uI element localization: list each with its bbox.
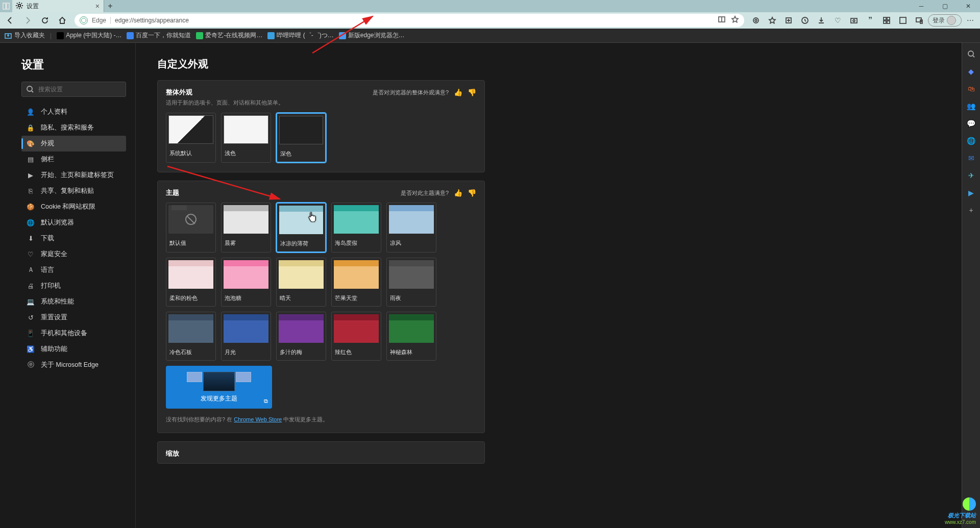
forward-button <box>19 13 36 28</box>
svg-point-9 <box>853 20 855 22</box>
sidebar-item-0[interactable]: 👤个人资料 <box>21 104 126 120</box>
performance-icon[interactable]: ♡ <box>830 13 845 28</box>
thumbs-up-icon[interactable]: 👍 <box>454 88 462 96</box>
favorite-star-icon[interactable] <box>731 15 739 26</box>
people-icon[interactable]: 👥 <box>966 101 976 111</box>
theme-tile-0[interactable]: 默认值 <box>166 203 216 253</box>
theme-tile-13[interactable]: 辣红色 <box>331 312 381 361</box>
close-window-button[interactable]: ✕ <box>957 0 980 12</box>
theme-tile-8[interactable]: 芒果天堂 <box>331 258 381 307</box>
extensions-icon[interactable] <box>748 13 764 28</box>
theme-tile-7[interactable]: 晴天 <box>276 258 326 307</box>
back-button[interactable] <box>2 13 18 28</box>
search-input[interactable] <box>21 82 126 97</box>
bookmark-item[interactable]: 新版edge浏览器怎… <box>339 31 405 40</box>
svg-point-5 <box>755 19 757 21</box>
theme-tile-14[interactable]: 神秘森林 <box>386 312 436 361</box>
send-to-device-icon[interactable] <box>912 13 927 28</box>
address-bar[interactable]: Edge edge://settings/appearance <box>75 14 744 27</box>
search-field[interactable] <box>38 86 121 93</box>
menu-icon[interactable]: ⋯ <box>963 13 978 28</box>
quotes-icon[interactable]: ” <box>863 13 878 28</box>
nav-icon: 🎨 <box>27 140 35 148</box>
maximize-button[interactable]: ▢ <box>933 0 957 12</box>
right-sidebar: ◆ 🛍 👥 💬 🌐 ✉ ✈ ▶ + <box>962 43 980 528</box>
close-icon[interactable]: × <box>95 2 100 10</box>
content-area: 自定义外观 整体外观 是否对浏览器的整体外观满意? 👍 👎 适用于新的选项卡、页… <box>136 43 962 528</box>
sidebar-item-11[interactable]: 🖨打印机 <box>21 278 126 294</box>
nav-icon: 🌐 <box>27 219 35 227</box>
bookmark-item[interactable]: 爱奇艺-在线视频网… <box>196 31 262 40</box>
minimize-button[interactable]: ─ <box>910 0 933 12</box>
sidebar-item-2[interactable]: 🎨外观 <box>21 136 126 152</box>
sidebar-item-1[interactable]: 🔒隐私、搜索和服务 <box>21 120 126 136</box>
sidebar-item-13[interactable]: ↺重置设置 <box>21 310 126 325</box>
browser-tab-active[interactable]: 设置 × <box>12 0 104 12</box>
theme-tile-6[interactable]: 泡泡糖 <box>221 258 271 307</box>
sidebar-item-6[interactable]: 🍪Cookie 和网站权限 <box>21 199 126 215</box>
import-bookmarks[interactable]: 导入收藏夹 <box>4 31 45 40</box>
theme-tile-3[interactable]: 海岛度假 <box>331 203 381 253</box>
appearance-tile-2[interactable]: 深色 <box>276 113 326 163</box>
sidebar-item-10[interactable]: Ａ语言 <box>21 262 126 278</box>
favorites-icon[interactable] <box>765 13 780 28</box>
sidebar-item-4[interactable]: ▶开始、主页和新建标签页 <box>21 167 126 183</box>
theme-tile-5[interactable]: 柔和的粉色 <box>166 258 216 307</box>
refresh-button[interactable] <box>37 13 53 28</box>
address-label: Edge <box>92 17 111 24</box>
add-icon[interactable]: + <box>966 205 976 215</box>
svg-rect-10 <box>884 17 886 20</box>
home-button[interactable] <box>54 13 70 28</box>
search-icon[interactable] <box>966 49 976 59</box>
math-icon[interactable] <box>895 13 911 28</box>
sidebar-item-8[interactable]: ⬇下载 <box>21 231 126 246</box>
avatar-icon <box>947 16 956 25</box>
collections-icon[interactable] <box>781 13 796 28</box>
theme-tile-10[interactable]: 冷色石板 <box>166 312 216 361</box>
bookmark-item[interactable]: Apple (中国大陆) -… <box>57 31 121 40</box>
tag-icon[interactable]: ◆ <box>966 66 976 77</box>
sidebar-item-12[interactable]: 💻系统和性能 <box>21 294 126 310</box>
theme-tile-12[interactable]: 多汁的梅 <box>276 312 326 361</box>
globe-icon[interactable]: 🌐 <box>966 136 976 146</box>
svg-rect-8 <box>851 18 857 23</box>
bookmark-item[interactable]: 百度一下，你就知道 <box>127 31 191 40</box>
thumbs-up-icon[interactable]: 👍 <box>454 189 462 197</box>
appearance-tile-0[interactable]: 系统默认 <box>166 113 216 163</box>
discover-more-themes[interactable]: 发现更多主题 ⧉ <box>166 366 272 409</box>
downloads-icon[interactable] <box>814 13 829 28</box>
sidebar-item-5[interactable]: ⎘共享、复制和粘贴 <box>21 183 126 199</box>
nav-icon: 👤 <box>27 108 35 116</box>
sidebar-item-7[interactable]: 🌐默认浏览器 <box>21 215 126 231</box>
new-tab-button[interactable]: + <box>104 2 116 11</box>
outlook-icon[interactable]: ✉ <box>966 153 976 163</box>
theme-tile-2[interactable]: 冰凉的薄荷 <box>276 203 326 253</box>
tab-actions-icon[interactable] <box>0 0 12 12</box>
theme-tile-11[interactable]: 月光 <box>221 312 271 361</box>
chat-icon[interactable]: 💬 <box>966 118 976 129</box>
chrome-web-store-link[interactable]: Chrome Web Store <box>234 416 282 422</box>
appearance-tile-1[interactable]: 浅色 <box>221 113 271 163</box>
video-icon[interactable]: ▶ <box>966 188 976 198</box>
sidebar-item-14[interactable]: 📱手机和其他设备 <box>21 325 126 341</box>
sidebar-item-9[interactable]: ♡家庭安全 <box>21 246 126 262</box>
toolbar: Edge edge://settings/appearance ♡ ” 登录 ⋯ <box>0 12 980 29</box>
sidebar-item-15[interactable]: ♿辅助功能 <box>21 341 126 357</box>
theme-tile-9[interactable]: 雨夜 <box>386 258 436 307</box>
reader-icon[interactable] <box>718 15 726 26</box>
login-button[interactable]: 登录 <box>928 14 962 27</box>
footnote: 没有找到你想要的内容? 在 Chrome Web Store 中发现更多主题。 <box>166 416 476 423</box>
sidebar-item-3[interactable]: ▤侧栏 <box>21 152 126 167</box>
history-icon[interactable] <box>797 13 813 28</box>
send-icon[interactable]: ✈ <box>966 170 976 181</box>
sidebar-item-16[interactable]: ⓔ关于 Microsoft Edge <box>21 357 126 373</box>
screenshot-icon[interactable] <box>846 13 862 28</box>
apps-icon[interactable] <box>879 13 894 28</box>
theme-tile-1[interactable]: 晨雾 <box>221 203 271 253</box>
bookmark-item[interactable]: 哔哩哔哩 (゜-゜)つ… <box>267 31 333 40</box>
thumbs-down-icon[interactable]: 👎 <box>468 189 476 197</box>
shopping-icon[interactable]: 🛍 <box>966 84 976 94</box>
thumbs-down-icon[interactable]: 👎 <box>468 88 476 96</box>
nav-icon: ⓔ <box>27 361 35 369</box>
theme-tile-4[interactable]: 凉风 <box>386 203 436 253</box>
